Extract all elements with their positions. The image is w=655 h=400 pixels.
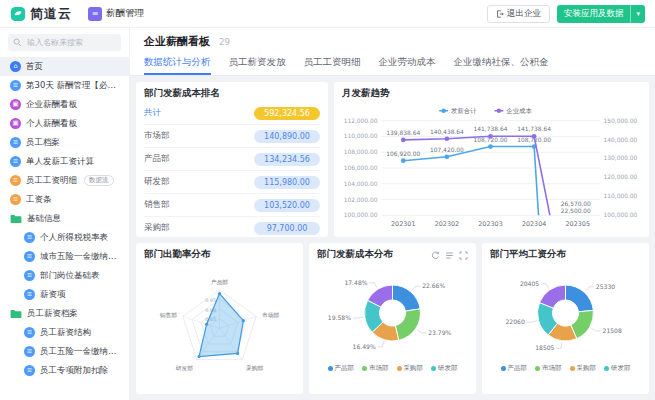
avg-salary-pie-chart: 2533021508185052206020405 xyxy=(490,263,641,363)
sidebar-item-salary-guide[interactable]: ≡第30天 薪酬管理【必看说明】 xyxy=(0,76,129,95)
sidebar-item-basic-info[interactable]: 基础信息 xyxy=(0,209,129,228)
workspace-icon: ≡ xyxy=(88,7,102,21)
card-avg-salary-pie: 部门平均工资分布 2533021508185052206020405 产品部市场… xyxy=(482,243,649,394)
sidebar-item-personal-salary-board[interactable]: ▣个人薪酬看板 xyxy=(0,114,129,133)
legend-dot xyxy=(535,366,540,371)
legend-item[interactable]: 产品部 xyxy=(328,364,355,373)
folder-icon xyxy=(10,214,22,224)
value-pill: 592,324.56 xyxy=(254,107,320,120)
legend-dot xyxy=(501,366,506,371)
sidebar-item-dept-position-table[interactable]: ≡部门岗位基础表 xyxy=(0,266,129,285)
legend-item[interactable]: 研发部 xyxy=(604,364,631,373)
tab-3[interactable]: 企业劳动成本 xyxy=(379,51,436,75)
svg-text:130,000.00: 130,000.00 xyxy=(604,156,638,162)
legend-item[interactable]: 研发部 xyxy=(431,364,458,373)
svg-text:18505: 18505 xyxy=(535,344,554,351)
sidebar-item-insurance-base[interactable]: ≡员工五险一金缴纳基数 xyxy=(0,342,129,361)
form-icon: ≡ xyxy=(10,80,21,91)
exit-enterprise-button[interactable]: 退出企业 xyxy=(487,5,550,23)
row-label: 共计 xyxy=(144,107,161,119)
sidebar-item-single-payroll-calc[interactable]: ≡单人发薪工资计算 xyxy=(0,152,129,171)
top-header: 简道云 ≡ 薪酬管理 退出企业 安装应用及数据 ▾ xyxy=(0,0,655,28)
form-icon: ≡ xyxy=(10,175,21,186)
svg-text:16.49%: 16.49% xyxy=(353,343,376,350)
value-pill: 134,234.56 xyxy=(254,153,320,166)
cost-pie-legend: 产品部市场部采购部研发部 xyxy=(317,364,468,373)
legend-dot xyxy=(328,366,333,371)
legend-dot xyxy=(604,366,609,371)
dashboard-content: 部门发薪成本排名 共计592,324.56市场部140,890.00产品部134… xyxy=(130,76,655,400)
form-icon: ≡ xyxy=(10,156,21,167)
card-dept-cost-ranking: 部门发薪成本排名 共计592,324.56市场部140,890.00产品部134… xyxy=(136,82,328,237)
form-icon: ≡ xyxy=(24,251,35,262)
page-title-row: 企业薪酬看板 29 xyxy=(130,28,655,51)
sidebar-item-tax-rate-table[interactable]: ≡个人所得税税率表 xyxy=(0,228,129,247)
legend-item[interactable]: 产品部 xyxy=(501,364,528,373)
fullscreen-icon[interactable] xyxy=(459,251,468,260)
svg-text:20405: 20405 xyxy=(520,280,539,287)
sidebar-item-city-insurance-ratio[interactable]: ≡城市五险一金缴纳比例 xyxy=(0,247,129,266)
svg-text:26,570.00: 26,570.00 xyxy=(561,201,591,207)
row-label: 销售部 xyxy=(144,199,170,211)
legend-item[interactable]: 采购部 xyxy=(570,364,597,373)
workspace-chip[interactable]: ≡ 薪酬管理 xyxy=(88,7,144,21)
legend-item[interactable]: 市场部 xyxy=(362,364,389,373)
search-input[interactable] xyxy=(25,37,119,48)
svg-text:销售部: 销售部 xyxy=(159,312,177,319)
card-title: 部门发薪成本排名 xyxy=(144,87,320,100)
sidebar-item-label: 单人发薪工资计算 xyxy=(26,156,94,168)
legend-label: 研发部 xyxy=(611,364,631,373)
svg-text:106,000.00: 106,000.00 xyxy=(344,165,378,171)
sidebar-search[interactable] xyxy=(8,34,121,51)
radar-chart: 0.950.900.85产品部市场部采购部研发部销售部 xyxy=(144,263,295,385)
row-label: 产品部 xyxy=(144,153,170,165)
legend-dot xyxy=(397,366,402,371)
sidebar-item-employee-salary-files[interactable]: 员工薪资档案 xyxy=(0,304,129,323)
svg-text:研发部: 研发部 xyxy=(176,365,193,372)
sidebar-item-label: 个人所得税税率表 xyxy=(40,232,108,244)
table-row: 市场部140,890.00 xyxy=(144,125,320,148)
svg-text:150,000.00: 150,000.00 xyxy=(604,118,638,124)
sidebar-item-salary-detail[interactable]: ≡员工工资明细数据流 xyxy=(0,171,129,190)
svg-text:202302: 202302 xyxy=(435,220,459,228)
svg-text:102,000.00: 102,000.00 xyxy=(344,197,378,203)
sidebar-item-label: 员工薪资结构 xyxy=(40,327,91,339)
install-app-button[interactable]: 安装应用及数据 ▾ xyxy=(557,5,645,23)
list-view-icon[interactable] xyxy=(445,251,454,260)
svg-text:22,500.00: 22,500.00 xyxy=(561,208,591,214)
member-count[interactable]: 29 xyxy=(219,37,230,47)
sidebar-nav: ⌂首页≡第30天 薪酬管理【必看说明】▣企业薪酬看板▣个人薪酬看板≡员工档案≡单… xyxy=(0,57,129,380)
sidebar-item-salary-structure[interactable]: ≡员工薪资结构 xyxy=(0,323,129,342)
sidebar-item-enterprise-salary-board[interactable]: ▣企业薪酬看板 xyxy=(0,95,129,114)
sidebar-item-employee-files[interactable]: ≡员工档案 xyxy=(0,133,129,152)
tab-0[interactable]: 数据统计与分析 xyxy=(144,51,211,75)
legend-label: 市场部 xyxy=(542,364,562,373)
jiandaoyun-logo-icon xyxy=(10,6,26,22)
table-row: 采购部97,700.00 xyxy=(144,217,320,239)
tab-4[interactable]: 企业缴纳社保、公积金 xyxy=(454,51,549,75)
sidebar-item-label: 员工薪资档案 xyxy=(27,308,78,320)
sidebar-item-label: 员工五险一金缴纳基数 xyxy=(40,346,123,358)
sidebar-item-label: 企业薪酬看板 xyxy=(26,99,77,111)
svg-text:139,838.64: 139,838.64 xyxy=(386,130,420,136)
sidebar-item-salary-slip[interactable]: ≡工资条 xyxy=(0,190,129,209)
sidebar-item-home[interactable]: ⌂首页 xyxy=(0,57,129,76)
dashboard-icon: ▣ xyxy=(10,118,21,129)
legend-item[interactable]: 采购部 xyxy=(397,364,424,373)
svg-text:110,000.00: 110,000.00 xyxy=(344,133,378,139)
legend-item[interactable]: 市场部 xyxy=(535,364,562,373)
legend-label: 市场部 xyxy=(369,364,389,373)
form-icon: ≡ xyxy=(24,289,35,300)
refresh-icon[interactable] xyxy=(431,251,440,260)
row-label: 研发部 xyxy=(144,176,170,188)
sidebar-item-salary-items[interactable]: ≡薪资项 xyxy=(0,285,129,304)
sidebar-item-label: 城市五险一金缴纳比例 xyxy=(40,251,123,263)
svg-text:104,000.00: 104,000.00 xyxy=(344,181,378,187)
chevron-down-icon[interactable]: ▾ xyxy=(631,10,645,18)
sidebar-item-special-deduction[interactable]: ≡员工专项附加扣除 xyxy=(0,361,129,380)
sidebar-item-label: 部门岗位基础表 xyxy=(40,270,100,282)
tab-1[interactable]: 员工薪资发放 xyxy=(229,51,286,75)
svg-text:100,000.00: 100,000.00 xyxy=(344,212,378,218)
svg-text:202304: 202304 xyxy=(522,220,546,228)
tab-2[interactable]: 员工工资明细 xyxy=(304,51,361,75)
